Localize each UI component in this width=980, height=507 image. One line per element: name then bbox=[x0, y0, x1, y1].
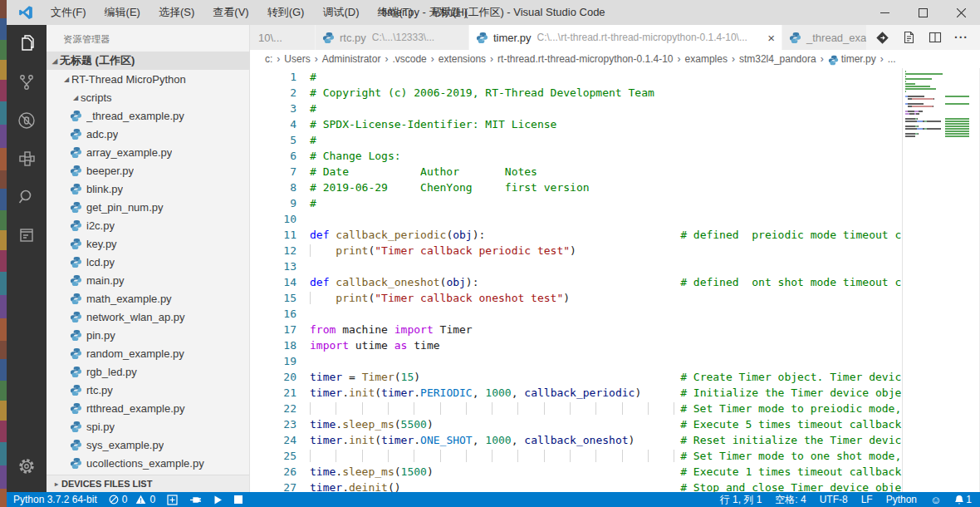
code-line-10[interactable]: 10 bbox=[250, 211, 902, 227]
code-line-15[interactable]: 15 print("Timer callback oneshot test") bbox=[250, 290, 902, 306]
code-line-5[interactable]: 5# bbox=[250, 132, 902, 148]
breadcrumb-item[interactable]: ... bbox=[888, 53, 896, 65]
tree-folder-scripts[interactable]: ◢ scripts bbox=[47, 88, 249, 106]
file-item-pin.py[interactable]: pin.py bbox=[47, 326, 249, 344]
code-line-23[interactable]: 23time.sleep_ms(5500) # Execute 5 times … bbox=[250, 416, 902, 432]
menu-item[interactable]: 调试(D) bbox=[313, 0, 368, 25]
file-item-sys_example.py[interactable]: sys_example.py bbox=[47, 436, 249, 454]
minimize-button[interactable] bbox=[865, 0, 904, 25]
tree-workspace-root[interactable]: ◢ 无标题 (工作区) bbox=[47, 52, 249, 70]
stop-button[interactable] bbox=[234, 495, 243, 504]
tab-rtc.py[interactable]: rtc.pyC:\...\12333\... bbox=[316, 25, 469, 50]
breadcrumb-item[interactable]: stm32l4_pandora bbox=[739, 53, 816, 65]
file-item-random_example.py[interactable]: random_example.py bbox=[47, 344, 249, 362]
menu-item[interactable]: 帮助(H) bbox=[422, 0, 477, 25]
file-item-blink.py[interactable]: blink.py bbox=[47, 180, 249, 198]
device-files-icon[interactable] bbox=[7, 216, 47, 254]
rt-thread-download-icon[interactable] bbox=[875, 30, 889, 45]
code-line-3[interactable]: 3# bbox=[250, 101, 902, 116]
tree-folder-rtthread[interactable]: ◢ RT-Thread MicroPython bbox=[47, 70, 249, 88]
file-item-rgb_led.py[interactable]: rgb_led.py bbox=[47, 362, 249, 381]
file-item-main.py[interactable]: main.py bbox=[47, 271, 249, 289]
file-item-adc.py[interactable]: adc.py bbox=[47, 125, 249, 143]
file-item-rtc.py[interactable]: rtc.py bbox=[47, 381, 249, 399]
maximize-button[interactable] bbox=[904, 0, 942, 25]
code-line-1[interactable]: 1# bbox=[250, 69, 902, 85]
feedback-smiley-icon[interactable]: ☺ bbox=[930, 495, 941, 505]
file-item-array_example.py[interactable]: array_example.py bbox=[47, 143, 249, 161]
code-line-24[interactable]: 24timer.init(timer.ONE_SHOT, 1000, callb… bbox=[250, 432, 902, 448]
open-preview-icon[interactable] bbox=[901, 30, 916, 45]
search-icon[interactable] bbox=[7, 178, 47, 216]
notifications-bell[interactable]: 1 bbox=[954, 494, 972, 505]
file-item-beeper.py[interactable]: beeper.py bbox=[47, 161, 249, 180]
code-line-14[interactable]: 14def callback_oneshot(obj): # defined o… bbox=[250, 274, 902, 290]
code-line-8[interactable]: 8# 2019-06-29 ChenYong first version bbox=[250, 180, 902, 195]
source-control-icon[interactable] bbox=[7, 63, 47, 101]
code-line-26[interactable]: 26time.sleep_ms(1500) # Execute 1 times … bbox=[250, 464, 902, 480]
breadcrumb-item[interactable]: .vscode bbox=[392, 53, 426, 65]
menu-item[interactable]: 编辑(E) bbox=[96, 0, 149, 25]
indentation-status[interactable]: 空格: 4 bbox=[775, 493, 806, 507]
code-line-9[interactable]: 9# bbox=[250, 195, 902, 211]
code-line-20[interactable]: 20timer = Timer(15) # Create Timer objec… bbox=[250, 369, 902, 385]
cursor-position[interactable]: 行 1, 列 1 bbox=[720, 493, 762, 507]
explorer-icon[interactable] bbox=[7, 25, 47, 63]
file-item-math_example.py[interactable]: math_example.py bbox=[47, 289, 249, 308]
tab-close-icon[interactable]: × bbox=[767, 32, 775, 44]
code-line-4[interactable]: 4# SPDX-License-Identifier: MIT License bbox=[250, 116, 902, 132]
editor[interactable]: 1#2# Copyright (c) 2006-2019, RT-Thread … bbox=[250, 68, 980, 492]
code-line-21[interactable]: 21timer.init(timer.PERIODIC, 1000, callb… bbox=[250, 385, 902, 401]
code-line-11[interactable]: 11def callback_periodic(obj): # defined … bbox=[250, 227, 902, 243]
code-line-7[interactable]: 7# Date Author Notes bbox=[250, 164, 902, 180]
close-button[interactable] bbox=[942, 0, 980, 25]
file-item-spi.py[interactable]: spi.py bbox=[47, 417, 249, 436]
split-editor-icon[interactable] bbox=[928, 30, 943, 45]
breadcrumb-item[interactable]: c: bbox=[265, 53, 272, 65]
tab-timer.py[interactable]: timer.pyC:\...\rt-thread.rt-thread-micro… bbox=[469, 25, 782, 50]
file-item-network_wlan_ap.py[interactable]: network_wlan_ap.py bbox=[47, 308, 249, 326]
tab-10...[interactable]: 10\... bbox=[250, 25, 316, 50]
code-line-2[interactable]: 2# Copyright (c) 2006-2019, RT-Thread De… bbox=[250, 85, 902, 101]
python-interpreter-status[interactable]: Python 3.7.2 64-bit bbox=[13, 494, 97, 505]
breadcrumb-item[interactable]: Administrator bbox=[322, 53, 381, 65]
file-item-get_pin_num.py[interactable]: get_pin_num.py bbox=[47, 198, 249, 216]
run-button[interactable] bbox=[213, 495, 223, 505]
code-line-17[interactable]: 17from machine import Timer bbox=[250, 322, 902, 337]
menu-item[interactable]: 选择(S) bbox=[149, 0, 203, 25]
menu-item[interactable]: 终端(T) bbox=[368, 0, 422, 25]
menu-item[interactable]: 文件(F) bbox=[42, 0, 96, 25]
minimap[interactable] bbox=[902, 68, 979, 492]
code-line-25[interactable]: 25 # Set Timer mode to one shot mode, bbox=[250, 448, 902, 464]
settings-gear-icon[interactable] bbox=[7, 447, 47, 485]
file-item-_thread_example.py[interactable]: _thread_example.py bbox=[47, 106, 249, 125]
code-line-22[interactable]: 22 # Set Timer mode to preiodic mode, bbox=[250, 401, 902, 416]
code-line-27[interactable]: 27timer.deinit() # Stop and close Timer … bbox=[250, 480, 902, 492]
code-area[interactable]: 1#2# Copyright (c) 2006-2019, RT-Thread … bbox=[250, 68, 902, 492]
breadcrumb-item[interactable]: Users bbox=[284, 53, 310, 65]
menu-item[interactable]: 查看(V) bbox=[203, 0, 257, 25]
file-item-lcd.py[interactable]: lcd.py bbox=[47, 253, 249, 271]
breadcrumb-item[interactable]: examples bbox=[685, 53, 728, 65]
file-item-key.py[interactable]: key.py bbox=[47, 234, 249, 253]
file-item-rtthread_example.py[interactable]: rtthread_example.py bbox=[47, 399, 249, 417]
breadcrumb-item[interactable]: extensions bbox=[439, 53, 486, 65]
file-item-ucollections_example.py[interactable]: ucollections_example.py bbox=[47, 454, 249, 472]
encoding-status[interactable]: UTF-8 bbox=[820, 494, 848, 505]
more-actions-icon[interactable]: ··· bbox=[954, 31, 968, 44]
debug-icon[interactable] bbox=[7, 101, 47, 140]
eol-status[interactable]: LF bbox=[861, 494, 873, 505]
connect-device-button[interactable] bbox=[189, 495, 202, 505]
problems-status[interactable]: 0 0 bbox=[109, 494, 155, 505]
code-line-16[interactable]: 16 bbox=[250, 306, 902, 322]
code-line-18[interactable]: 18import utime as time bbox=[250, 337, 902, 353]
breadcrumb-item[interactable]: rt-thread.rt-thread-micropython-0.1.4-10 bbox=[497, 53, 673, 65]
code-line-6[interactable]: 6# Change Logs: bbox=[250, 148, 902, 164]
code-line-13[interactable]: 13 bbox=[250, 258, 902, 274]
language-mode[interactable]: Python bbox=[886, 494, 917, 505]
menu-item[interactable]: 转到(G) bbox=[258, 0, 314, 25]
code-line-19[interactable]: 19 bbox=[250, 353, 902, 369]
devices-files-list-section[interactable]: ▸ DEVICES FILES LIST bbox=[47, 475, 249, 492]
download-to-device-button[interactable] bbox=[167, 495, 178, 505]
extensions-icon[interactable] bbox=[7, 140, 47, 178]
